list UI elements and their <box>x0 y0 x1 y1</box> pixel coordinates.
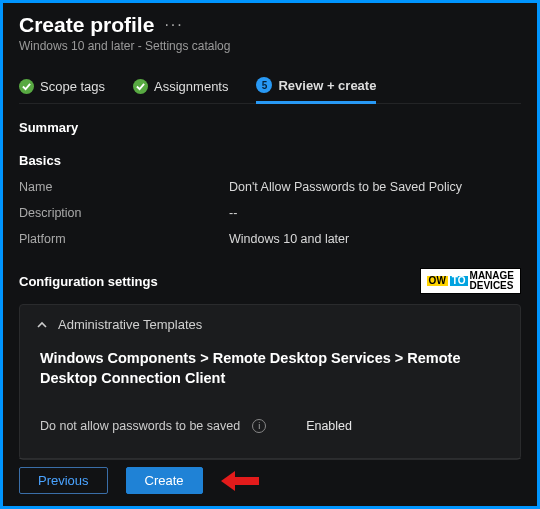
kv-value: -- <box>229 206 237 220</box>
kv-value: Windows 10 and later <box>229 232 349 246</box>
kv-row-name: Name Don't Allow Passwords to be Saved P… <box>19 180 521 194</box>
annotation-arrow-icon <box>221 471 261 491</box>
watermark-part: DEVICES <box>470 281 514 291</box>
config-settings-heading: Configuration settings <box>19 274 158 289</box>
kv-key: Name <box>19 180 229 194</box>
card-header[interactable]: Administrative Templates <box>36 317 504 332</box>
settings-card: Administrative Templates Windows Compone… <box>19 304 521 460</box>
create-button[interactable]: Create <box>126 467 203 494</box>
info-icon[interactable]: i <box>252 419 266 433</box>
tab-label: Scope tags <box>40 79 105 94</box>
policy-name: Do not allow passwords to be saved <box>40 419 240 433</box>
policy-state: Enabled <box>306 419 352 433</box>
tab-label: Review + create <box>278 78 376 93</box>
watermark-part: OW <box>427 276 448 286</box>
check-icon <box>133 79 148 94</box>
basics-heading: Basics <box>19 153 521 168</box>
kv-key: Description <box>19 206 229 220</box>
check-icon <box>19 79 34 94</box>
summary-heading: Summary <box>19 120 521 135</box>
tab-assignments[interactable]: Assignments <box>133 77 228 103</box>
tab-label: Assignments <box>154 79 228 94</box>
step-number-icon: 5 <box>256 77 272 93</box>
page-title: Create profile <box>19 13 154 37</box>
card-title: Administrative Templates <box>58 317 202 332</box>
kv-row-description: Description -- <box>19 206 521 220</box>
policy-row: Do not allow passwords to be saved i Ena… <box>40 419 504 433</box>
page-subtitle: Windows 10 and later - Settings catalog <box>19 39 521 53</box>
watermark-logo: OW TO MANAGE DEVICES <box>420 268 521 294</box>
wizard-footer: Previous Create <box>19 458 521 494</box>
wizard-tabs: Scope tags Assignments 5 Review + create <box>19 77 521 104</box>
tab-scope-tags[interactable]: Scope tags <box>19 77 105 103</box>
kv-value: Don't Allow Passwords to be Saved Policy <box>229 180 462 194</box>
previous-button[interactable]: Previous <box>19 467 108 494</box>
kv-key: Platform <box>19 232 229 246</box>
settings-path-breadcrumb: Windows Components > Remote Desktop Serv… <box>40 348 500 389</box>
chevron-up-icon <box>36 319 48 331</box>
kv-row-platform: Platform Windows 10 and later <box>19 232 521 246</box>
tab-review-create[interactable]: 5 Review + create <box>256 77 376 104</box>
more-icon[interactable]: ··· <box>164 16 183 34</box>
watermark-part: TO <box>450 276 468 286</box>
